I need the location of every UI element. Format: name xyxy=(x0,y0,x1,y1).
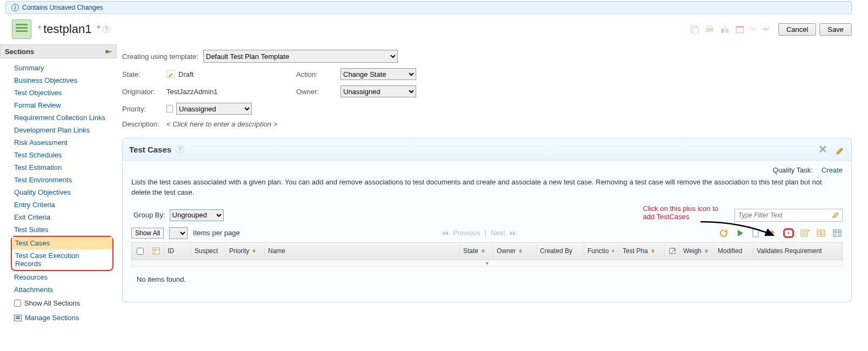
sidebar-item-formal-review[interactable]: Formal Review xyxy=(6,99,117,111)
columns-icon[interactable] xyxy=(832,228,843,238)
previous-link[interactable]: Previous xyxy=(453,229,480,237)
print-icon[interactable] xyxy=(705,24,715,34)
manage-label: Manage Sections xyxy=(25,314,79,322)
header-toolbar xyxy=(690,24,771,34)
sidebar-item-summary[interactable]: Summary xyxy=(6,62,117,74)
info-icon: i xyxy=(11,4,19,11)
copy-icon[interactable] xyxy=(690,24,699,34)
sidebar-item-entry-criteria[interactable]: Entry Criteria xyxy=(6,198,117,211)
edit-section-icon[interactable] xyxy=(835,144,845,154)
sidebar-show-all[interactable]: Show All Sections xyxy=(6,296,117,310)
col-suspect[interactable]: Suspect xyxy=(191,244,226,258)
close-icon[interactable]: ✕ xyxy=(818,143,827,156)
svg-rect-9 xyxy=(753,229,758,237)
col-test-phase[interactable]: Test Pha xyxy=(619,244,665,258)
quality-task-create[interactable]: Create xyxy=(822,166,843,174)
svg-rect-3 xyxy=(707,25,712,28)
sidebar-item-attachments[interactable]: Attachments xyxy=(6,283,117,296)
sidebar-header: Sections ⇤ xyxy=(0,44,117,58)
sidebar-item-exit-criteria[interactable]: Exit Criteria xyxy=(6,211,117,223)
last-page-icon[interactable]: ⏭ xyxy=(510,229,517,237)
first-page-icon[interactable]: ⏮ xyxy=(442,229,449,237)
group-by-label: Group By: xyxy=(133,211,165,219)
svg-rect-15 xyxy=(153,248,159,254)
priority-icon xyxy=(166,105,173,112)
svg-rect-5 xyxy=(725,29,729,33)
sidebar-item-test-schedules[interactable]: Test Schedules xyxy=(6,149,117,161)
clear-filter-icon[interactable] xyxy=(831,212,840,218)
col-name[interactable]: Name xyxy=(265,244,460,258)
col-weight[interactable]: Weigh xyxy=(680,244,715,258)
row-expander[interactable]: ▾ xyxy=(131,260,843,267)
show-all-button[interactable]: Show All xyxy=(131,228,164,239)
svg-rect-4 xyxy=(721,29,724,33)
sidebar-item-business-objectives[interactable]: Business Objectives xyxy=(6,74,117,87)
sidebar-item-test-case-execution-records[interactable]: Test Case Execution Records xyxy=(12,249,112,270)
sidebar-item-requirement-links[interactable]: Requirement Collection Links xyxy=(6,111,117,124)
state-value: Draft xyxy=(166,70,264,78)
refresh-icon[interactable] xyxy=(718,228,729,238)
sidebar-item-test-cases[interactable]: Test Cases xyxy=(12,237,112,249)
sidebar-item-test-estimation[interactable]: Test Estimation xyxy=(6,161,117,174)
show-all-checkbox[interactable] xyxy=(14,300,21,307)
link-icon[interactable] xyxy=(761,24,771,34)
save-button[interactable]: Save xyxy=(819,23,852,36)
col-modified[interactable]: Modified xyxy=(715,244,753,258)
sidebar-annotation-highlight: Test Cases Test Case Execution Records xyxy=(11,236,113,271)
add-test-case-button[interactable] xyxy=(783,228,794,238)
page-header: * testplan1 * ? Cancel Save xyxy=(0,16,868,44)
next-link[interactable]: Next xyxy=(491,229,505,237)
new-doc-icon[interactable]: + xyxy=(751,228,762,238)
help-small-icon[interactable]: ? xyxy=(103,25,110,33)
unsaved-changes-text: Contains Unsaved Changes xyxy=(22,4,103,11)
panel-description: Lists the test cases associated with a g… xyxy=(131,177,843,198)
priority-select[interactable]: Unassigned xyxy=(176,103,252,115)
col-functional[interactable]: Functio xyxy=(584,244,619,258)
col-select-all[interactable] xyxy=(132,243,148,260)
sidebar-item-test-environments[interactable]: Test Environments xyxy=(6,174,117,186)
col-state[interactable]: State xyxy=(460,244,493,258)
sidebar-item-test-suites[interactable]: Test Suites xyxy=(6,223,117,236)
pin-icon[interactable]: ⇤ xyxy=(105,47,112,56)
svg-rect-7 xyxy=(736,26,744,28)
sidebar-item-quality-objectives[interactable]: Quality Objectives xyxy=(6,186,117,198)
sidebar-manage-sections[interactable]: Manage Sections xyxy=(6,310,117,325)
template-select[interactable]: Default Test Plan Template xyxy=(203,50,398,63)
main-content: Creating using template: Default Test Pl… xyxy=(117,44,868,302)
col-link-icon[interactable] xyxy=(665,244,680,258)
svg-rect-14 xyxy=(833,230,841,236)
col-owner[interactable]: Owner xyxy=(493,244,537,258)
sidebar-title: Sections xyxy=(5,48,34,56)
new-list-icon[interactable]: + xyxy=(799,228,810,238)
draft-pencil-icon xyxy=(166,70,175,78)
dropdown-caret-icon[interactable] xyxy=(750,24,756,34)
filter-input[interactable] xyxy=(737,211,831,220)
upload-icon[interactable] xyxy=(767,228,778,238)
table-icon[interactable] xyxy=(816,228,826,238)
select-all-checkbox[interactable] xyxy=(137,248,144,255)
cancel-button[interactable]: Cancel xyxy=(778,23,816,36)
show-all-label: Show All Sections xyxy=(24,299,80,307)
test-plan-icon xyxy=(12,19,31,39)
col-configure[interactable] xyxy=(148,244,164,258)
export-icon[interactable] xyxy=(720,24,730,34)
col-priority[interactable]: Priority xyxy=(226,244,265,258)
originator-value: TestJazzAdmin1 xyxy=(166,88,264,96)
group-by-select[interactable]: Ungrouped xyxy=(170,209,224,221)
run-icon[interactable] xyxy=(735,228,745,238)
sidebar-item-resources[interactable]: Resources xyxy=(6,271,117,283)
description-placeholder[interactable]: < Click here to enter a description > xyxy=(166,120,277,128)
sidebar-item-test-objectives[interactable]: Test Objectives xyxy=(6,87,117,99)
calendar-icon[interactable] xyxy=(735,24,745,34)
col-id[interactable]: ID xyxy=(164,244,191,258)
sidebar-item-risk-assessment[interactable]: Risk Assessment xyxy=(6,136,117,149)
sidebar-item-development-links[interactable]: Development Plan Links xyxy=(6,124,117,136)
owner-select[interactable]: Unassigned xyxy=(340,85,416,97)
col-validates[interactable]: Validates Requirement xyxy=(753,244,842,258)
help-icon[interactable]: ? xyxy=(176,145,184,154)
action-select[interactable]: Change State xyxy=(340,68,416,80)
col-created-by[interactable]: Created By xyxy=(537,244,584,258)
filter-box[interactable] xyxy=(735,209,843,222)
pager: ⏮ Previous | Next ⏭ xyxy=(245,229,713,237)
page-size-select[interactable] xyxy=(169,227,188,239)
